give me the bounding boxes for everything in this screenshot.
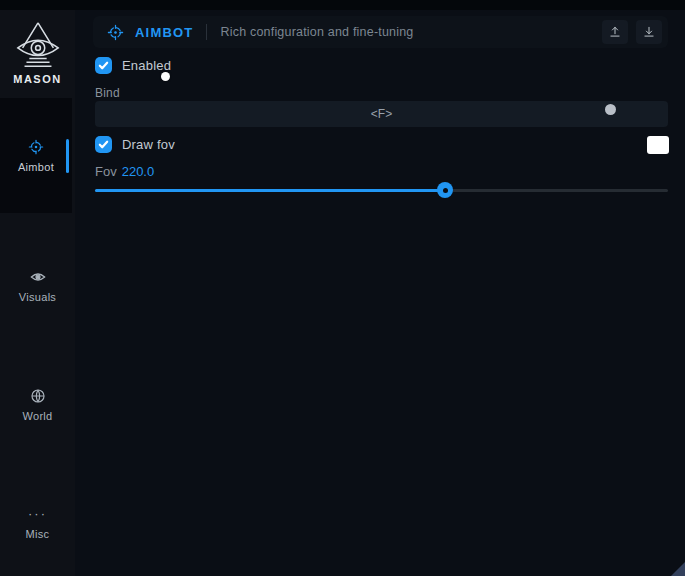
drag-indicator-dot [605,104,616,115]
crosshair-icon [107,24,124,41]
selected-accent-bar [66,139,69,173]
page-title: AIMBOT [135,25,193,40]
enabled-label: Enabled [122,58,171,73]
slider-fill [95,189,445,192]
page-subtitle: Rich configuration and fine-tuning [220,25,413,39]
brand-name: MASON [13,73,61,85]
main-panel: AIMBOT Rich configuration and fine-tunin… [75,0,685,576]
globe-icon [30,388,46,404]
slider-thumb[interactable] [437,182,453,198]
bind-keybind-input[interactable]: <F> [95,101,668,127]
resize-grip[interactable] [671,562,685,576]
fov-value: 220.0 [122,164,155,179]
sidebar-item-label: World [22,410,52,422]
download-icon [642,25,656,39]
fov-slider[interactable] [95,182,668,198]
sidebar-item-label: Misc [26,528,50,540]
upload-config-button[interactable] [602,20,628,44]
sidebar: MASON Aimbot Visuals World [0,10,75,576]
sidebar-item-label: Aimbot [18,161,54,173]
window-top-strip [0,0,685,10]
checkmark-icon [98,139,109,150]
ellipsis-icon: ··· [28,510,47,522]
bind-label: Bind [95,86,120,100]
mouse-cursor-dot [161,72,170,81]
draw-fov-row: Draw fov [95,136,175,153]
fov-value-row: Fov220.0 [95,164,154,179]
upload-icon [608,25,622,39]
bind-value: <F> [371,107,392,121]
header-divider [206,24,207,40]
sidebar-item-aimbot[interactable]: Aimbot [0,98,72,213]
sidebar-item-misc[interactable]: ··· Misc [0,495,75,555]
enabled-checkbox[interactable] [95,57,112,74]
enabled-row: Enabled [95,57,171,74]
download-config-button[interactable] [636,20,662,44]
fov-label: Fov [95,164,117,179]
brand-logo: MASON [0,20,75,85]
section-header: AIMBOT Rich configuration and fine-tunin… [93,16,668,48]
sidebar-item-world[interactable]: World [0,375,75,435]
crosshair-icon [28,139,44,155]
mason-eye-pyramid-icon [14,20,62,70]
checkmark-icon [98,60,109,71]
draw-fov-checkbox[interactable] [95,136,112,153]
draw-fov-label: Draw fov [122,137,175,152]
sidebar-item-label: Visuals [19,291,56,303]
sidebar-item-visuals[interactable]: Visuals [0,256,75,316]
fov-color-swatch[interactable] [647,136,669,154]
mason-menu-window: MASON Aimbot Visuals World [0,0,685,576]
eye-icon [30,269,46,285]
